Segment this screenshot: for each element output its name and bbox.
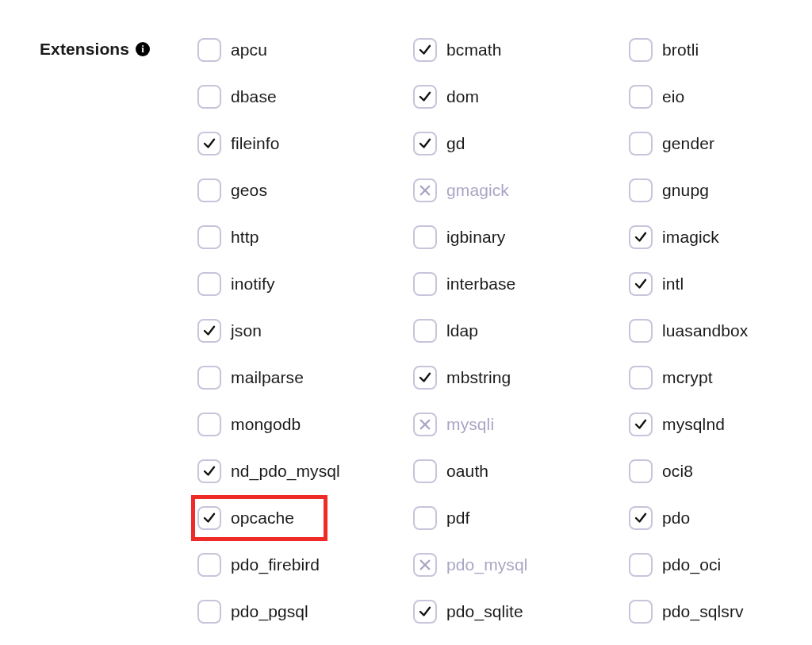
- extensions-label: Extensions: [40, 40, 129, 59]
- extension-pdo_sqlite: pdo_sqlite: [412, 592, 627, 632]
- extension-mcrypt: mcrypt: [627, 358, 810, 397]
- checkbox-pdo_sqlsrv[interactable]: [629, 600, 653, 624]
- extension-mysqlnd: mysqlnd: [627, 405, 810, 444]
- extension-label: http: [231, 228, 259, 247]
- extension-label: gnupg: [662, 181, 709, 200]
- extension-label: pdo_oci: [662, 555, 721, 574]
- extension-label: fileinfo: [231, 134, 280, 153]
- checkbox-brotli[interactable]: [629, 38, 653, 62]
- extension-http: http: [196, 217, 412, 257]
- checkbox-eio[interactable]: [629, 85, 653, 109]
- checkbox-nd_pdo_mysql[interactable]: [197, 459, 221, 483]
- extension-pdo_mysql: pdo_mysql: [412, 545, 627, 585]
- extension-pdf: pdf: [412, 498, 627, 538]
- extension-label: pdo_pgsql: [231, 602, 308, 621]
- extension-gd: gd: [412, 124, 627, 163]
- checkbox-ldap[interactable]: [413, 319, 437, 343]
- checkbox-pdo_firebird[interactable]: [197, 553, 221, 577]
- checkbox-opcache[interactable]: [197, 506, 221, 530]
- extension-label: pdo_sqlite: [446, 602, 523, 621]
- checkbox-gnupg[interactable]: [629, 179, 653, 202]
- checkbox-mbstring[interactable]: [413, 366, 437, 390]
- checkbox-pdo[interactable]: [629, 506, 653, 530]
- extension-label: mbstring: [446, 368, 511, 387]
- checkbox-oci8[interactable]: [629, 459, 653, 483]
- extension-label: mysqlnd: [662, 415, 725, 434]
- extension-geos: geos: [196, 171, 412, 210]
- extension-eio: eio: [627, 77, 810, 117]
- extension-pdo_sqlsrv: pdo_sqlsrv: [627, 592, 810, 632]
- extension-label: gd: [446, 134, 465, 153]
- checkbox-interbase[interactable]: [413, 272, 437, 296]
- checkbox-pdo_mysql: [413, 553, 437, 577]
- checkbox-imagick[interactable]: [629, 225, 653, 249]
- checkbox-mysqli: [413, 413, 437, 436]
- checkbox-apcu[interactable]: [197, 38, 221, 62]
- checkbox-http[interactable]: [197, 225, 221, 249]
- extension-apcu: apcu: [196, 30, 412, 70]
- extension-label: oci8: [662, 462, 693, 481]
- extension-label: dom: [446, 87, 479, 106]
- extension-label: bcmath: [446, 40, 501, 60]
- extension-label: igbinary: [446, 228, 505, 247]
- extension-label: gmagick: [446, 181, 509, 200]
- checkbox-gd[interactable]: [413, 132, 437, 155]
- info-icon[interactable]: i: [136, 42, 150, 56]
- extension-label: mongodb: [231, 415, 301, 434]
- checkbox-dom[interactable]: [413, 85, 437, 109]
- extension-mongodb: mongodb: [196, 405, 412, 444]
- extension-label: json: [231, 321, 262, 340]
- extension-label: pdo_mysql: [446, 555, 527, 574]
- extension-pdo_pgsql: pdo_pgsql: [196, 592, 412, 632]
- extension-label: luasandbox: [662, 321, 748, 340]
- extension-inotify: inotify: [196, 264, 412, 304]
- checkbox-intl[interactable]: [629, 272, 653, 296]
- checkbox-fileinfo[interactable]: [197, 132, 221, 155]
- extension-label: apcu: [231, 40, 267, 60]
- extension-opcache: opcache: [196, 498, 412, 538]
- checkbox-pdf[interactable]: [413, 506, 437, 530]
- checkbox-json[interactable]: [197, 319, 221, 343]
- extensions-grid: apcubcmathbrotlidbasedomeiofileinfogdgen…: [196, 30, 810, 632]
- extension-interbase: interbase: [412, 264, 627, 304]
- extension-label: pdo_firebird: [231, 555, 320, 574]
- extension-intl: intl: [627, 264, 810, 304]
- extension-fileinfo: fileinfo: [196, 124, 412, 163]
- extension-label: mysqli: [446, 415, 494, 434]
- extension-pdo_oci: pdo_oci: [627, 545, 810, 585]
- checkbox-oauth[interactable]: [413, 459, 437, 483]
- checkbox-luasandbox[interactable]: [629, 319, 653, 343]
- checkbox-inotify[interactable]: [197, 272, 221, 296]
- checkbox-mailparse[interactable]: [197, 366, 221, 390]
- extension-mysqli: mysqli: [412, 405, 627, 444]
- extension-label: nd_pdo_mysql: [231, 462, 340, 481]
- checkbox-pdo_pgsql[interactable]: [197, 600, 221, 624]
- extension-label: inotify: [231, 275, 275, 294]
- checkbox-pdo_sqlite[interactable]: [413, 600, 437, 624]
- checkbox-gender[interactable]: [629, 132, 653, 155]
- extension-label: pdf: [446, 509, 470, 528]
- checkbox-dbase[interactable]: [197, 85, 221, 109]
- extension-pdo_firebird: pdo_firebird: [196, 545, 412, 585]
- extension-bcmath: bcmath: [412, 30, 627, 70]
- extension-label: pdo: [662, 509, 690, 528]
- checkbox-igbinary[interactable]: [413, 225, 437, 249]
- extension-pdo: pdo: [627, 498, 810, 538]
- extension-oauth: oauth: [412, 451, 627, 491]
- checkbox-mysqlnd[interactable]: [629, 413, 653, 436]
- extension-gmagick: gmagick: [412, 171, 627, 210]
- extension-igbinary: igbinary: [412, 217, 627, 257]
- extension-label: imagick: [662, 228, 719, 247]
- checkbox-pdo_oci[interactable]: [629, 553, 653, 577]
- checkbox-mcrypt[interactable]: [629, 366, 653, 390]
- extension-json: json: [196, 311, 412, 351]
- checkbox-geos[interactable]: [197, 179, 221, 202]
- extension-label: ldap: [446, 321, 478, 340]
- extension-label: gender: [662, 134, 714, 153]
- extension-label: mailparse: [231, 368, 304, 387]
- checkbox-mongodb[interactable]: [197, 413, 221, 436]
- extension-dom: dom: [412, 77, 627, 117]
- checkbox-bcmath[interactable]: [413, 38, 437, 62]
- extension-label: pdo_sqlsrv: [662, 602, 744, 621]
- extension-brotli: brotli: [627, 30, 810, 70]
